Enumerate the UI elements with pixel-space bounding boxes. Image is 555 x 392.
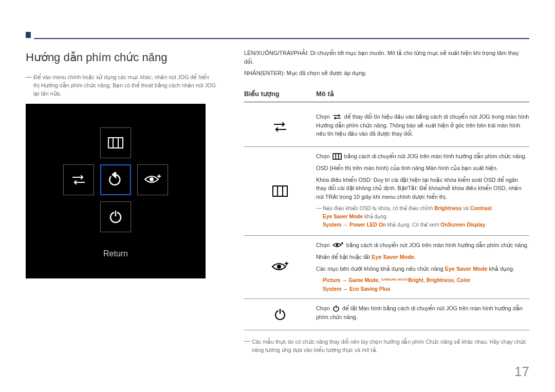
osd-cell-empty — [63, 201, 94, 232]
row-source-icon — [244, 121, 316, 133]
intro-line-2: NHẤN(ENTER): Mục đã chọn sẽ được áp dụng… — [244, 69, 529, 78]
row-power-desc: Chọn để tắt Màn hình bằng cách di chuyển… — [316, 304, 529, 324]
intro-line-1: LÊN/XUỐNG/TRÁI/PHẢI: Di chuyển tới mục b… — [244, 49, 529, 66]
footnote: Các mẫu thực do có chức năng thay đổi nê… — [244, 338, 529, 354]
row-power-icon — [244, 308, 316, 321]
osd-cell-empty — [137, 127, 168, 158]
row-source-desc: Chọn để thay đổi tín hiệu đầu vào bằng c… — [316, 113, 529, 141]
osd-return-icon — [100, 164, 131, 195]
header-desc-col: Mô tả — [316, 89, 529, 99]
row-eye-subnote: Picture → Game Mode, SAMSUNG MAGICBright… — [316, 276, 529, 294]
osd-preview-panel: Return — [26, 104, 206, 278]
svg-point-4 — [150, 177, 154, 181]
table-row-menu: Chọn bằng cách di chuyển nút JOG trên mà… — [244, 147, 529, 236]
left-column: Hướng dẫn phím chức năng Để vào menu chí… — [26, 49, 216, 354]
table-row-source: Chọn để thay đổi tín hiệu đầu vào bằng c… — [244, 107, 529, 147]
svg-point-16 — [277, 265, 281, 269]
table-row-eye: Chọn bằng cách di chuyển nút JOG trên mà… — [244, 236, 529, 299]
table-row-power: Chọn để tắt Màn hình bằng cách di chuyển… — [244, 299, 529, 330]
right-column: LÊN/XUỐNG/TRÁI/PHẢI: Di chuyển tới mục b… — [244, 49, 529, 354]
header-rule — [26, 32, 529, 39]
page-content: Hướng dẫn phím chức năng Để vào menu chí… — [26, 49, 529, 354]
intro-note: Để vào menu chính hoặc sử dụng các mục k… — [26, 73, 216, 98]
header-icon-col: Biểu tượng — [244, 89, 316, 99]
row-menu-icon — [244, 185, 316, 197]
osd-menu-icon — [100, 127, 131, 158]
page-number: 17 — [514, 362, 529, 382]
header-marker — [26, 32, 31, 38]
svg-rect-0 — [108, 138, 123, 148]
svg-point-19 — [336, 244, 339, 247]
svg-rect-10 — [273, 186, 287, 196]
table-header: Biểu tượng Mô tả — [244, 89, 529, 103]
osd-source-icon — [63, 164, 94, 195]
svg-rect-13 — [333, 154, 341, 159]
row-menu-desc: Chọn bằng cách di chuyển nút JOG trên mà… — [316, 152, 529, 230]
row-menu-subnote: Nếu điều khiển OSD bị khóa, có thể điều … — [316, 204, 529, 229]
osd-power-icon — [100, 201, 131, 232]
osd-eye-saver-icon — [137, 164, 168, 195]
osd-grid — [63, 127, 168, 232]
header-line — [34, 38, 529, 39]
osd-return-label: Return — [103, 248, 128, 260]
osd-cell-empty — [137, 201, 168, 232]
row-eye-icon — [244, 262, 316, 273]
page-title: Hướng dẫn phím chức năng — [26, 49, 216, 66]
row-eye-desc: Chọn bằng cách di chuyển nút JOG trên mà… — [316, 241, 529, 293]
osd-cell-empty — [63, 127, 94, 158]
intro-lines: LÊN/XUỐNG/TRÁI/PHẢI: Di chuyển tới mục b… — [244, 49, 529, 78]
